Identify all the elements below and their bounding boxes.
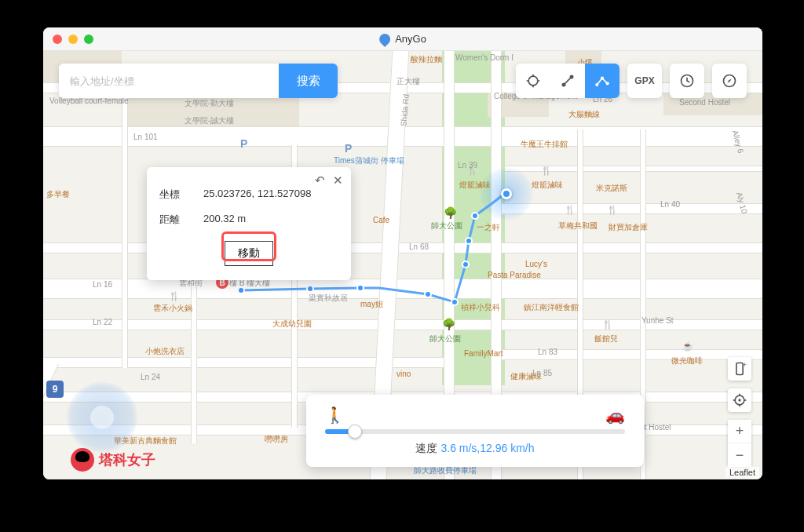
restaurant-icon: 🍴	[602, 319, 613, 330]
route-shield-icon: 9	[46, 381, 64, 398]
locate-icon	[732, 392, 747, 408]
zoom-out-button[interactable]: −	[728, 443, 751, 467]
distance-value: 200.32 m	[203, 213, 246, 227]
map-label: 米克諾斯	[596, 183, 627, 194]
svg-rect-14	[736, 363, 743, 375]
route-waypoint[interactable]	[471, 212, 479, 220]
map-attribution: Leaflet	[725, 467, 759, 478]
route-info-panel: ↶ ✕ 坐標 25.023726, 121.527098 距離 200.32 m…	[147, 167, 351, 280]
search-button[interactable]: 搜索	[279, 64, 338, 98]
coord-value: 25.023726, 121.527098	[203, 188, 311, 202]
two-spot-mode-button[interactable]	[550, 64, 585, 98]
restaurant-icon: 🍴	[565, 205, 576, 215]
undo-button[interactable]: ↶	[315, 173, 325, 188]
map-label: 牛魔王牛排館	[521, 139, 568, 150]
zoom-controls: + −	[728, 420, 751, 467]
phone-plus-icon: +	[732, 361, 747, 377]
route-waypoint[interactable]	[424, 290, 432, 298]
map-label: 文學院-勤大樓	[185, 98, 234, 109]
watermark: 塔科女子	[71, 448, 155, 472]
history-button[interactable]	[670, 64, 704, 98]
teleport-mode-button[interactable]	[516, 64, 550, 98]
distance-label: 距離	[159, 213, 203, 227]
watermark-avatar-icon	[71, 448, 94, 472]
maximize-window[interactable]	[84, 35, 93, 44]
route-waypoint[interactable]	[462, 261, 470, 268]
coord-label: 坐標	[159, 188, 203, 202]
app-title: AnyGo	[379, 33, 426, 45]
close-button[interactable]: ✕	[333, 173, 343, 188]
map-label: 師大公園	[431, 220, 462, 231]
two-dot-line-icon	[560, 73, 576, 89]
app-window: AnyGo	[43, 27, 762, 479]
map-canvas[interactable]: B 酸辣拉麵 Women's Dorm I 小懷 正大樓 Swimming Po…	[43, 51, 762, 479]
multi-dot-line-icon	[594, 73, 610, 89]
route-waypoint[interactable]	[465, 237, 473, 245]
locate-me-button[interactable]	[728, 388, 751, 412]
window-controls	[53, 35, 93, 44]
map-label: 一之軒	[477, 222, 500, 233]
multi-spot-mode-button[interactable]	[585, 64, 619, 98]
svg-marker-13	[728, 79, 732, 83]
restaurant-icon: 🍴	[541, 166, 552, 176]
search-bar: 搜索	[59, 64, 338, 98]
compass-icon	[722, 73, 737, 89]
tree-icon: 🌳	[444, 206, 457, 219]
current-location-dot[interactable]	[501, 188, 512, 199]
map-label: 財買加倉庫	[608, 222, 648, 233]
map-label: 大腸麵線	[568, 109, 600, 120]
compass-dial	[90, 406, 114, 429]
map-label: Ln 40	[660, 200, 680, 209]
map-tools: + + −	[728, 357, 751, 467]
map-label: 文學院-誠大樓	[185, 115, 234, 126]
map-label: Cafe	[373, 216, 389, 224]
map-label: 飯館兒	[594, 333, 618, 344]
speed-slider[interactable]	[325, 429, 625, 434]
map-label: Ln 16	[93, 280, 112, 289]
map-label: 師大公園	[429, 333, 461, 344]
map-label: Ln 68	[409, 242, 429, 251]
restaurant-icon: 🍴	[607, 205, 618, 215]
route-waypoint[interactable]	[306, 285, 314, 293]
map-label: FamilyMart	[464, 349, 502, 358]
svg-point-17	[738, 399, 740, 401]
map-label: 鎮江南洋輕食館	[524, 302, 579, 313]
map-label: Ln 101	[133, 133, 158, 141]
watermark-text: 塔科女子	[99, 450, 155, 469]
map-label: 燈籠滷味	[459, 180, 491, 191]
svg-line-7	[565, 78, 571, 84]
map-label: 嘮嘮房	[265, 434, 288, 445]
zoom-in-button[interactable]: +	[728, 420, 751, 443]
route-waypoint[interactable]	[451, 298, 459, 306]
map-label: 酸辣拉麵	[411, 54, 442, 65]
parking-icon: P	[240, 137, 247, 150]
speed-panel: 🚶 🚗 速度3.6 m/s,12.96 km/h	[306, 395, 644, 467]
map-label: 梁實秋故居	[309, 293, 348, 304]
map-label: 師大路收費停車場	[414, 465, 477, 476]
compass-button[interactable]	[712, 64, 747, 98]
map-label: 大成幼兒園	[272, 319, 312, 330]
crosshair-icon	[525, 73, 541, 89]
cafe-icon: ☕	[682, 341, 693, 352]
tree-icon: 🌳	[442, 318, 455, 330]
map-label: 小炮洗衣店	[145, 346, 185, 357]
clock-icon	[679, 73, 695, 89]
titlebar: AnyGo	[43, 27, 762, 51]
device-sync-button[interactable]: +	[728, 357, 751, 381]
search-input[interactable]	[59, 64, 279, 98]
gpx-button[interactable]: GPX	[627, 64, 662, 98]
close-window[interactable]	[53, 35, 62, 44]
map-label: Ln 22	[93, 318, 112, 326]
parking-icon: P	[345, 142, 352, 155]
map-label: 正大樓	[397, 76, 420, 87]
move-button[interactable]: 移動	[225, 241, 273, 266]
heading-compass[interactable]	[67, 382, 137, 453]
route-waypoint[interactable]	[356, 284, 364, 292]
restaurant-icon: 🍴	[169, 291, 180, 301]
map-label: Lucy's	[525, 260, 547, 268]
app-logo-icon	[377, 31, 393, 47]
map-label: vino	[397, 370, 411, 378]
slider-thumb[interactable]	[348, 425, 362, 439]
minimize-window[interactable]	[68, 35, 78, 44]
map-label: 微光咖啡	[671, 355, 703, 366]
